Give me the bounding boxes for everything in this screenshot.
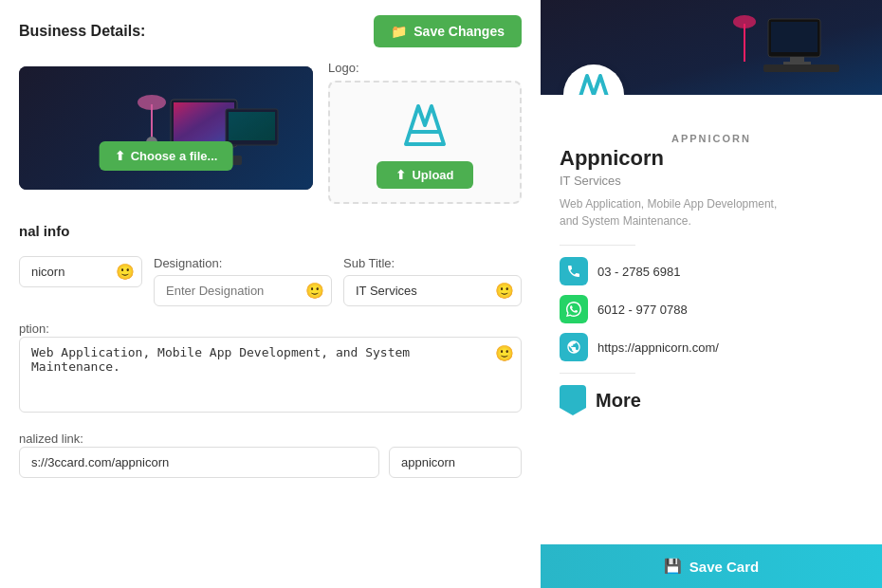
image-upload-row: ⬆ Choose a file... Logo: ⬆ Upload bbox=[19, 61, 522, 204]
upload-label: Upload bbox=[412, 168, 453, 182]
whatsapp-number: 6012 - 977 0788 bbox=[597, 303, 688, 317]
svg-point-21 bbox=[733, 15, 756, 28]
website-contact-item: https://appnicorn.com/ bbox=[560, 333, 863, 361]
svg-marker-12 bbox=[406, 106, 444, 144]
svg-rect-10 bbox=[229, 112, 275, 140]
save-card-label: Save Card bbox=[689, 559, 759, 575]
whatsapp-contact-item: 6012 - 977 0788 bbox=[560, 295, 863, 323]
additional-info-title: nal info bbox=[19, 223, 522, 243]
description-group: ption: Web Application, Mobile App Devel… bbox=[19, 320, 522, 416]
card-divider-2 bbox=[560, 373, 635, 374]
save-card-button[interactable]: 💾 Save Card bbox=[541, 544, 882, 588]
link-row bbox=[19, 447, 522, 478]
subtitle-emoji-icon[interactable]: 🙂 bbox=[495, 282, 514, 300]
banner-preview: ⬆ Choose a file... bbox=[19, 66, 313, 190]
description-emoji-icon[interactable]: 🙂 bbox=[495, 344, 514, 362]
save-card-icon: 💾 bbox=[664, 558, 682, 575]
name-group: 🙂 bbox=[19, 256, 142, 287]
avatar-logo bbox=[570, 71, 617, 95]
svg-rect-17 bbox=[771, 22, 818, 52]
phone-icon-wrap bbox=[560, 257, 588, 285]
card-preview: APPNICORN Appnicorn IT Services Web Appl… bbox=[541, 0, 882, 588]
banner-upload-group: ⬆ Choose a file... bbox=[19, 61, 313, 204]
card-body: APPNICORN Appnicorn IT Services Web Appl… bbox=[541, 95, 882, 544]
name-emoji-icon[interactable]: 🙂 bbox=[116, 263, 135, 281]
link-main-input[interactable] bbox=[19, 447, 379, 478]
logo-upload-group: Logo: ⬆ Upload bbox=[328, 61, 522, 204]
name-designation-row: 🙂 Designation: 🙂 Sub Title: 🙂 bbox=[19, 256, 522, 306]
phone-number: 03 - 2785 6981 bbox=[597, 265, 680, 279]
save-changes-button[interactable]: 📁 Save Changes bbox=[374, 15, 522, 47]
card-subtitle: IT Services bbox=[560, 174, 863, 188]
right-panel: APPNICORN Appnicorn IT Services Web Appl… bbox=[541, 0, 882, 588]
more-label: More bbox=[596, 390, 641, 412]
left-panel: Business Details: 📁 Save Changes bbox=[0, 0, 541, 588]
an-logo-preview bbox=[396, 97, 453, 154]
save-changes-label: Save Changes bbox=[413, 24, 505, 39]
top-bar: Business Details: 📁 Save Changes bbox=[19, 15, 522, 47]
designation-group: Designation: 🙂 bbox=[154, 256, 332, 306]
link-slug-input[interactable] bbox=[389, 447, 522, 478]
phone-contact-item: 03 - 2785 6981 bbox=[560, 257, 863, 285]
subtitle-label: Sub Title: bbox=[343, 256, 522, 270]
website-url: https://appnicorn.com/ bbox=[597, 340, 719, 355]
description-wrap: Web Application, Mobile App Development,… bbox=[19, 337, 522, 416]
svg-marker-23 bbox=[575, 76, 613, 95]
logo-label: Logo: bbox=[328, 61, 522, 75]
more-section: More bbox=[560, 385, 863, 415]
card-header-image bbox=[541, 0, 882, 95]
choose-file-button[interactable]: ⬆ Choose a file... bbox=[100, 141, 233, 171]
svg-rect-19 bbox=[783, 62, 811, 64]
logo-upload-area: ⬆ Upload bbox=[328, 81, 522, 204]
svg-rect-22 bbox=[763, 64, 839, 72]
card-description: Web Application, Mobile App Development,… bbox=[560, 195, 787, 230]
card-divider-1 bbox=[560, 245, 635, 246]
subtitle-group: Sub Title: 🙂 bbox=[343, 256, 522, 306]
company-name: Appnicorn bbox=[560, 146, 863, 171]
designation-label: Designation: bbox=[154, 256, 332, 270]
svg-rect-18 bbox=[790, 57, 804, 62]
save-icon: 📁 bbox=[391, 24, 407, 39]
whatsapp-icon bbox=[566, 302, 581, 317]
upload-icon: ⬆ bbox=[115, 149, 125, 163]
upload-button[interactable]: ⬆ Upload bbox=[377, 161, 472, 189]
section-title: Business Details: bbox=[19, 23, 145, 40]
link-section: nalized link: bbox=[19, 430, 522, 478]
personalized-link-label: nalized link: bbox=[19, 432, 83, 446]
monitor-decoration bbox=[114, 76, 303, 190]
description-textarea[interactable]: Web Application, Mobile App Development,… bbox=[19, 337, 522, 413]
svg-rect-5 bbox=[174, 102, 234, 142]
description-label: ption: bbox=[19, 322, 49, 336]
choose-file-label: Choose a file... bbox=[131, 149, 218, 163]
brand-name: APPNICORN bbox=[560, 133, 863, 144]
designation-emoji-icon[interactable]: 🙂 bbox=[305, 282, 324, 300]
upload-arrow-icon: ⬆ bbox=[395, 168, 406, 182]
phone-icon bbox=[566, 264, 581, 279]
whatsapp-icon-wrap bbox=[560, 295, 588, 323]
bookmark-icon bbox=[560, 385, 586, 415]
globe-icon bbox=[566, 340, 581, 355]
web-icon-wrap bbox=[560, 333, 588, 361]
svg-point-1 bbox=[138, 95, 166, 110]
